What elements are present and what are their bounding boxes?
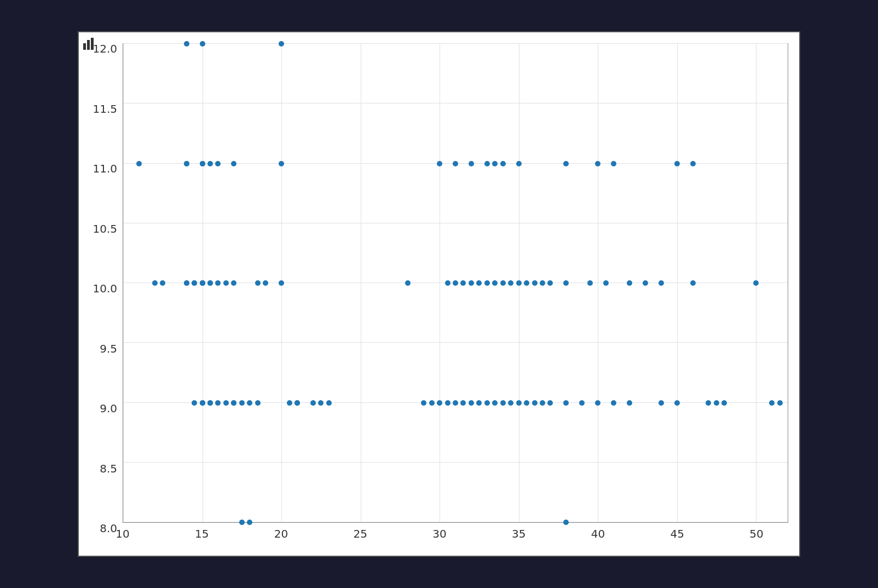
data-point xyxy=(231,161,236,166)
plot-area xyxy=(123,43,788,523)
grid-line-vertical xyxy=(677,44,678,522)
grid-line-vertical xyxy=(440,44,440,522)
data-point xyxy=(492,161,498,166)
data-point xyxy=(674,400,680,406)
data-point xyxy=(184,161,189,166)
data-point xyxy=(184,41,189,47)
y-axis-label: 10.0 xyxy=(93,282,117,295)
data-point xyxy=(429,400,435,406)
data-point xyxy=(643,280,648,286)
data-point xyxy=(690,161,696,166)
y-axis-label: 8.5 xyxy=(100,462,117,475)
data-point xyxy=(421,400,426,406)
data-point xyxy=(524,280,529,286)
data-point xyxy=(279,41,284,47)
data-point xyxy=(627,280,632,286)
data-point xyxy=(690,280,696,286)
data-point xyxy=(627,400,632,406)
x-axis-label: 10 xyxy=(115,527,129,540)
data-point xyxy=(239,400,245,406)
data-point xyxy=(200,400,205,406)
y-axis-label: 9.5 xyxy=(100,342,117,355)
data-point xyxy=(595,161,600,166)
data-point xyxy=(255,400,261,406)
data-point xyxy=(437,400,442,406)
y-axis-label: 10.5 xyxy=(93,222,117,235)
data-point xyxy=(215,280,221,286)
data-point xyxy=(706,400,711,406)
data-point xyxy=(207,161,213,166)
data-point xyxy=(460,400,466,406)
grid-line-vertical xyxy=(598,44,598,522)
data-point xyxy=(318,400,324,406)
data-point xyxy=(405,280,411,286)
data-point xyxy=(192,400,197,406)
grid-line-horizontal xyxy=(123,342,788,343)
data-point xyxy=(714,400,719,406)
y-axis-label: 9.0 xyxy=(100,402,117,415)
data-point xyxy=(603,280,609,286)
x-axis-label: 15 xyxy=(195,527,209,540)
grid-line-horizontal xyxy=(123,223,788,223)
data-point xyxy=(484,280,490,286)
data-point xyxy=(453,280,458,286)
data-point xyxy=(658,280,664,286)
grid-line-vertical xyxy=(123,44,124,522)
data-point xyxy=(516,400,522,406)
data-point xyxy=(579,400,585,406)
data-point xyxy=(611,161,616,166)
data-point xyxy=(777,400,783,406)
data-point xyxy=(453,400,458,406)
data-point xyxy=(326,400,332,406)
x-axis-label: 25 xyxy=(354,527,367,540)
data-point xyxy=(476,400,482,406)
data-point xyxy=(563,400,569,406)
data-point xyxy=(255,280,261,286)
data-point xyxy=(540,280,545,286)
data-point xyxy=(563,161,569,166)
data-point xyxy=(294,400,300,406)
data-point xyxy=(492,280,498,286)
y-axis-label: 12.0 xyxy=(93,42,117,55)
data-point xyxy=(547,400,553,406)
data-point xyxy=(516,280,522,286)
data-point xyxy=(136,161,142,166)
data-point xyxy=(231,280,236,286)
data-point xyxy=(484,161,490,166)
data-point xyxy=(200,161,205,166)
x-axis-label: 30 xyxy=(432,527,446,540)
data-point xyxy=(674,161,680,166)
y-axis-label: 11.0 xyxy=(93,162,117,175)
data-point xyxy=(437,161,442,166)
data-point xyxy=(445,280,450,286)
x-axis-label: 35 xyxy=(512,527,525,540)
x-axis-label: 50 xyxy=(749,527,763,540)
grid-line-vertical xyxy=(361,44,361,522)
chart-container: 12.011.511.010.510.09.59.08.58.0 1015202… xyxy=(78,31,800,557)
data-point xyxy=(215,161,221,166)
data-point xyxy=(500,280,506,286)
data-point xyxy=(223,280,229,286)
data-point xyxy=(279,280,284,286)
data-point xyxy=(152,280,158,286)
grid-line-horizontal xyxy=(123,522,788,522)
data-point xyxy=(476,280,482,286)
data-point xyxy=(587,280,593,286)
y-axis-label: 11.5 xyxy=(93,102,117,116)
data-point xyxy=(192,280,197,286)
data-point xyxy=(453,161,458,166)
x-axis-label: 20 xyxy=(274,527,288,540)
data-point xyxy=(469,280,474,286)
x-axis-label: 45 xyxy=(671,527,684,540)
data-point xyxy=(279,161,284,166)
data-point xyxy=(658,400,664,406)
data-point xyxy=(500,400,506,406)
data-point xyxy=(215,400,221,406)
data-point xyxy=(508,400,513,406)
data-point xyxy=(516,161,522,166)
data-point xyxy=(547,280,553,286)
data-point xyxy=(595,400,600,406)
data-point xyxy=(287,400,292,406)
data-point xyxy=(721,400,727,406)
data-point xyxy=(492,400,498,406)
